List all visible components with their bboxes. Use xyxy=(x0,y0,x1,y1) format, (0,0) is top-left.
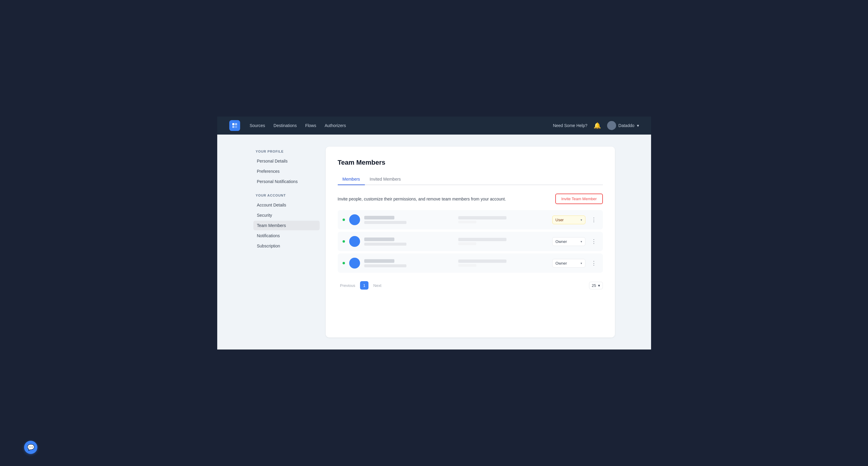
member-subtitle xyxy=(364,221,406,224)
nav-links: Sources Destinations Flows Authorizers xyxy=(250,123,544,128)
member-email xyxy=(458,260,548,267)
avatar xyxy=(349,258,360,268)
pagination-next[interactable]: Next xyxy=(371,282,384,289)
pagination-previous[interactable]: Previous xyxy=(338,282,358,289)
role-dropdown[interactable]: Owner ▾ xyxy=(552,259,585,268)
tabs: Members Invited Members xyxy=(338,174,603,185)
role-label: Owner xyxy=(556,261,567,266)
nav-link-flows[interactable]: Flows xyxy=(305,123,316,128)
sidebar-item-notifications[interactable]: Notifications xyxy=(253,231,320,240)
online-status-dot xyxy=(343,240,345,243)
svg-rect-2 xyxy=(232,126,235,128)
online-status-dot xyxy=(343,219,345,221)
page-size-selector[interactable]: 25 ▾ xyxy=(589,282,602,289)
member-email xyxy=(458,238,548,245)
profile-section: YOUR PROFILE Personal Details Preference… xyxy=(253,149,320,186)
member-name xyxy=(364,259,394,263)
member-email-sub xyxy=(458,242,476,245)
tab-invited-members[interactable]: Invited Members xyxy=(365,174,406,185)
page-title: Team Members xyxy=(338,159,603,166)
nav-right: Need Some Help? 🔔 Dataddo ▾ xyxy=(553,121,639,130)
chat-icon: 💬 xyxy=(27,444,35,451)
chat-bubble-button[interactable]: 💬 xyxy=(24,441,37,454)
member-subtitle xyxy=(364,243,406,246)
page-size-value: 25 xyxy=(592,283,596,288)
main-area: YOUR PROFILE Personal Details Preference… xyxy=(217,135,651,350)
role-dropdown[interactable]: Owner ▾ xyxy=(552,237,585,246)
nav-link-sources[interactable]: Sources xyxy=(250,123,265,128)
more-options-button[interactable]: ⋮ xyxy=(590,215,598,224)
chevron-down-icon: ▾ xyxy=(581,240,582,243)
member-email-text xyxy=(458,216,506,220)
members-list: User ▾ ⋮ xyxy=(338,210,603,273)
sidebar-item-account-details[interactable]: Account Details xyxy=(253,200,320,210)
role-label: Owner xyxy=(556,239,567,244)
invite-description: Invite people, customize their permissio… xyxy=(338,197,506,201)
nav-logo[interactable] xyxy=(229,120,240,131)
avatar xyxy=(349,214,360,225)
pagination: Previous 1 Next 25 ▾ xyxy=(338,281,603,290)
sidebar-item-security[interactable]: Security xyxy=(253,210,320,220)
member-name xyxy=(364,216,394,220)
table-row: Owner ▾ ⋮ xyxy=(338,232,603,251)
nav-link-destinations[interactable]: Destinations xyxy=(274,123,297,128)
svg-rect-3 xyxy=(235,126,237,128)
member-email xyxy=(458,216,548,223)
more-options-button[interactable]: ⋮ xyxy=(590,237,598,246)
account-section-title: YOUR ACCOUNT xyxy=(253,194,320,197)
role-dropdown[interactable]: User ▾ xyxy=(552,215,585,224)
sidebar-item-subscription[interactable]: Subscription xyxy=(253,241,320,251)
online-status-dot xyxy=(343,262,345,264)
member-name xyxy=(364,237,394,241)
member-email-text xyxy=(458,260,506,263)
member-email-sub xyxy=(458,221,476,223)
chevron-down-icon: ▾ xyxy=(598,283,600,288)
nav-link-authorizers[interactable]: Authorizers xyxy=(324,123,346,128)
content-wrapper: YOUR PROFILE Personal Details Preference… xyxy=(253,146,615,337)
avatar xyxy=(349,236,360,247)
pagination-page-1[interactable]: 1 xyxy=(360,281,369,290)
chevron-down-icon: ▾ xyxy=(581,262,582,265)
bell-icon[interactable]: 🔔 xyxy=(593,122,601,129)
member-email-sub xyxy=(458,264,476,267)
invite-team-member-button[interactable]: Invite Team Member xyxy=(555,194,603,204)
more-options-button[interactable]: ⋮ xyxy=(590,259,598,267)
sidebar: YOUR PROFILE Personal Details Preference… xyxy=(253,146,320,337)
main-panel: Team Members Members Invited Members Inv… xyxy=(326,146,615,337)
nav-user-name: Dataddo xyxy=(619,123,634,128)
sidebar-item-team-members[interactable]: Team Members xyxy=(253,221,320,230)
member-info xyxy=(364,237,454,246)
avatar xyxy=(607,121,616,130)
member-email-text xyxy=(458,238,506,241)
account-section: YOUR ACCOUNT Account Details Security Te… xyxy=(253,194,320,251)
invite-bar: Invite people, customize their permissio… xyxy=(338,194,603,204)
role-label: User xyxy=(556,218,564,222)
table-row: User ▾ ⋮ xyxy=(338,210,603,229)
member-subtitle xyxy=(364,264,406,267)
chevron-down-icon: ▾ xyxy=(581,218,582,222)
sidebar-item-personal-details[interactable]: Personal Details xyxy=(253,156,320,166)
tab-members[interactable]: Members xyxy=(338,174,365,185)
profile-section-title: YOUR PROFILE xyxy=(253,149,320,153)
member-info xyxy=(364,259,454,267)
member-info xyxy=(364,216,454,224)
sidebar-item-preferences[interactable]: Preferences xyxy=(253,166,320,176)
svg-rect-0 xyxy=(232,123,235,125)
table-row: Owner ▾ ⋮ xyxy=(338,254,603,273)
nav-help-link[interactable]: Need Some Help? xyxy=(553,123,587,128)
top-nav: Sources Destinations Flows Authorizers N… xyxy=(217,116,651,135)
chevron-down-icon: ▾ xyxy=(637,123,639,128)
nav-user-menu[interactable]: Dataddo ▾ xyxy=(607,121,639,130)
sidebar-item-personal-notifications[interactable]: Personal Notifications xyxy=(253,177,320,186)
svg-rect-1 xyxy=(235,123,237,125)
